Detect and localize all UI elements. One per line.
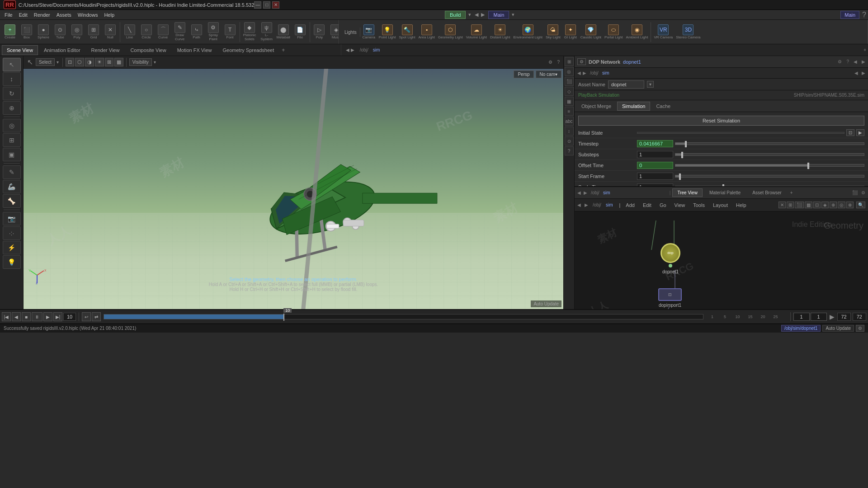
dop-collapse-icon[interactable]: ◀	[854, 59, 857, 64]
node-dopnet1[interactable]: dop dopnet1	[660, 243, 680, 274]
node-tab-add[interactable]: +	[790, 190, 793, 195]
frame-total-display[interactable]: 72	[853, 313, 866, 321]
node-tab-tree[interactable]: Tree View	[672, 188, 702, 197]
tool-tube[interactable]: ⊙ Tube	[52, 23, 68, 41]
menu-render[interactable]: Render	[31, 11, 53, 19]
tool-null[interactable]: ✕ Null	[102, 23, 118, 41]
node-layout-btn[interactable]: Layout	[710, 202, 731, 209]
tab-motion-fx-view[interactable]: Motion FX View	[172, 45, 217, 55]
node-icon-btn-7[interactable]: ⊕	[830, 202, 837, 208]
tab-animation-editor[interactable]: Animation Editor	[39, 45, 85, 55]
tool-point-light[interactable]: 💡 Point Light	[377, 23, 397, 41]
tool-bones[interactable]: 🦴	[3, 194, 21, 208]
timestep-slider[interactable]	[675, 142, 864, 145]
cam-button[interactable]: No cam▾	[536, 70, 561, 78]
tool-caustic-light[interactable]: 💎 Caustic Light	[579, 23, 603, 41]
substeps-input[interactable]: 1	[637, 151, 673, 158]
node-tab-assets[interactable]: Asset Browser	[747, 188, 786, 197]
tool-platonic[interactable]: ◆ Platonic Solids	[241, 21, 258, 42]
viewport-3d[interactable]: 素材 素材 RRCG 素材 人人	[24, 69, 563, 309]
menu-help[interactable]: Help	[101, 11, 117, 19]
persp-button[interactable]: Persp	[514, 70, 533, 78]
menu-edit[interactable]: Edit	[16, 11, 30, 19]
view-settings[interactable]: ⚙	[547, 59, 554, 66]
asset-name-dropdown[interactable]: ▾	[647, 81, 654, 88]
main-dropdown[interactable]: Main	[488, 11, 509, 19]
tool-particle[interactable]: ·:·	[3, 226, 21, 240]
select-mode-icon[interactable]: ↖	[25, 58, 35, 66]
breadcrumb-expand[interactable]: ◀	[854, 70, 858, 75]
node-nav-fwd[interactable]: ▶	[584, 190, 587, 195]
tool-spot-light[interactable]: 🔦 Spot Light	[398, 23, 417, 41]
node-icon-btn-1[interactable]: ✕	[778, 202, 786, 208]
frame-start-display[interactable]: 1	[793, 313, 810, 321]
dop-help-icon[interactable]: ?	[846, 59, 849, 64]
wire-btn[interactable]: ⬡	[75, 58, 84, 66]
breadcrumb-nav-fwd[interactable]: ▶	[583, 70, 586, 75]
tl-end-btn[interactable]: ▶|	[53, 312, 62, 321]
node-icon-btn-8[interactable]: ◎	[838, 202, 845, 208]
tool-transform[interactable]: ↕	[3, 72, 21, 86]
tab-object-merge[interactable]: Object Merge	[576, 102, 616, 111]
node-icon-btn-4[interactable]: ▦	[805, 202, 812, 208]
timeline-bar[interactable]: 10	[104, 314, 703, 319]
tool-curve[interactable]: ⌒ Curve	[155, 23, 171, 41]
tool-stereo-camera[interactable]: 3D Stereo Camera	[675, 23, 702, 41]
tool-musc[interactable]: ◈ Musc	[328, 23, 339, 41]
right-tool-7[interactable]: abc	[565, 117, 574, 126]
right-tool-1[interactable]: ⊞	[565, 57, 574, 66]
shade-btn[interactable]: ◑	[85, 58, 94, 66]
tool-geo-light[interactable]: ⬡ Geometry Light	[437, 23, 464, 41]
right-tool-4[interactable]: ◇	[565, 87, 574, 96]
node-nav-back[interactable]: ◀	[577, 190, 581, 195]
tool-sphere[interactable]: ● Sphere	[35, 23, 52, 41]
tool-torus[interactable]: ◎ Poly	[69, 23, 85, 41]
tool-line[interactable]: ╲ Line	[122, 23, 138, 41]
tl-loop-btn[interactable]: ↩	[82, 312, 91, 321]
tool-portal-light[interactable]: ⬭ Portal Light	[603, 23, 624, 41]
tool-grid[interactable]: ⊞ Grid	[85, 23, 102, 41]
tool-file[interactable]: 📄 File	[292, 23, 308, 41]
tl-prev-btn[interactable]: ◀	[12, 312, 21, 321]
close-button[interactable]: ✕	[272, 1, 279, 9]
tool-sky-light[interactable]: 🌤 Sky Light	[544, 23, 562, 41]
node-canvas[interactable]: 素材 RRCG 人人 Indie Edition Geometry	[575, 211, 868, 309]
help-icon[interactable]: ?	[862, 11, 866, 19]
breadcrumb-nav-back[interactable]: ◀	[577, 70, 581, 75]
tl-jump-btn[interactable]: ▶	[828, 313, 836, 320]
tool-box[interactable]: ⬛ Box	[19, 23, 35, 41]
tool-light-rig[interactable]: 💡	[3, 255, 21, 269]
start-frame-input[interactable]: 1	[637, 173, 673, 180]
tool-paint[interactable]: ✎	[3, 165, 21, 179]
breadcrumb-settings[interactable]: ▶	[862, 70, 865, 75]
offset-time-slider[interactable]	[675, 164, 864, 167]
playback-sim-label[interactable]: PlayBack Simulation	[578, 93, 619, 98]
scale-time-input[interactable]: 1	[637, 183, 673, 187]
tab-simulation[interactable]: Simulation	[617, 102, 650, 111]
node-tab-materials[interactable]: Material Palette	[704, 188, 745, 197]
minimize-button[interactable]: —	[254, 1, 261, 9]
node-icon-btn-6[interactable]: ◈	[821, 202, 829, 208]
tool-select[interactable]: ↖	[3, 58, 21, 71]
tool-create[interactable]: + Create	[2, 23, 18, 41]
status-settings[interactable]: ⚙	[856, 325, 864, 332]
menu-assets[interactable]: Assets	[54, 11, 74, 19]
reset-simulation-button[interactable]: Reset Simulation	[578, 116, 864, 126]
maximize-button[interactable]: □	[263, 1, 270, 9]
initial-state-input[interactable]	[637, 132, 844, 134]
node-view-btn[interactable]: View	[672, 202, 688, 209]
node-tb-back[interactable]: ◀	[577, 202, 581, 207]
tab-composite-view[interactable]: Composite View	[125, 45, 171, 55]
tool-area-light[interactable]: ▪ Area Light	[417, 23, 436, 41]
scale-time-slider[interactable]	[675, 186, 864, 187]
asset-name-input[interactable]: dopnet	[608, 80, 644, 89]
tab-add-icon[interactable]: +	[282, 47, 285, 53]
grid-btn[interactable]: ⊞	[105, 58, 113, 66]
tab-scene-view[interactable]: Scene View	[2, 45, 38, 55]
tool-vr-camera[interactable]: VR VR Camera	[652, 23, 674, 41]
node-icon-btn-5[interactable]: ⊡	[813, 202, 821, 208]
tool-volume-light[interactable]: ☁ Volume Light	[465, 23, 488, 41]
node-settings[interactable]: ⚙	[861, 190, 865, 195]
tool-spray-paint[interactable]: ⚙ Spray Paint	[205, 21, 222, 42]
tab-render-view[interactable]: Render View	[86, 45, 125, 55]
